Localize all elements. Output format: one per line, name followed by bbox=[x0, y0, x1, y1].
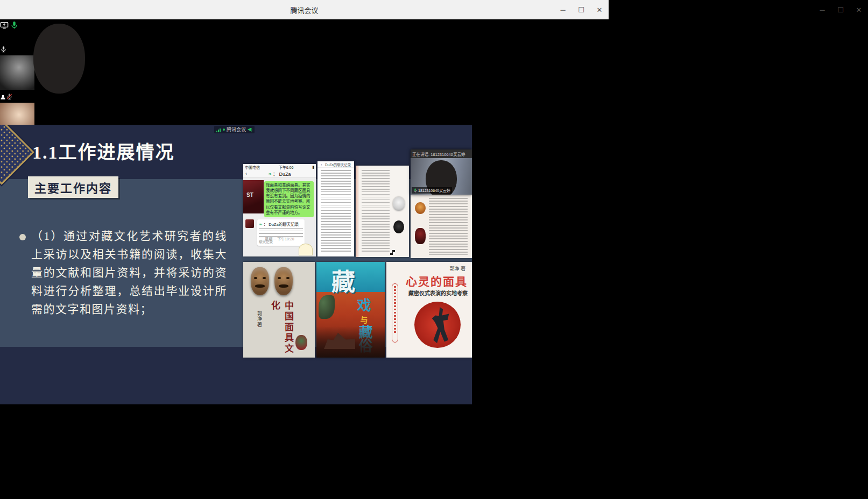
chat-avatar bbox=[245, 219, 254, 228]
window-title: 腾讯会议 bbox=[290, 5, 318, 15]
mic-on-icon bbox=[0, 45, 7, 54]
screen-share-view: 1.1工作进展情况 腾讯会议 ◀) 主要工作内容 （1）通过对藏文化艺术研究者的… bbox=[0, 125, 472, 404]
tile-name-label: 郑鸿飞 bbox=[0, 90, 609, 103]
book1-title: 中国面具文化 bbox=[268, 301, 295, 358]
chat-photo-message: ST bbox=[243, 180, 264, 213]
minimize-icon[interactable]: ─ bbox=[817, 5, 827, 15]
close-icon[interactable]: ✕ bbox=[854, 5, 864, 15]
slide-tag-box: 主要工作内容 bbox=[28, 176, 118, 198]
video-tile[interactable]: 1812310640买云婷 bbox=[0, 42, 609, 55]
host-badge-icon bbox=[0, 92, 6, 102]
book-page-screenshot bbox=[356, 166, 409, 257]
slide-title: 1.1工作进展情况 bbox=[32, 138, 175, 164]
flower-decor bbox=[319, 295, 335, 319]
signal-bars-icon bbox=[216, 125, 221, 134]
mic-on-icon bbox=[413, 188, 417, 193]
meeting-overlay-badge: 腾讯会议 ◀) bbox=[214, 126, 255, 133]
book-cover-2: 藏 戏 与 藏俗 bbox=[316, 262, 385, 358]
wechat-screenshot: 中国电信 下午6:06 ▮ ‹ ❧ ： DuZa ST 戏面具和羌峭面具。其实我… bbox=[243, 164, 316, 256]
book3-title: 心灵的面具 bbox=[406, 273, 468, 289]
small-mask-photo bbox=[295, 335, 307, 350]
screen-share-icon bbox=[0, 21, 9, 30]
book2-big-char: 藏 bbox=[331, 263, 355, 297]
speaker-icon: ◀) bbox=[248, 127, 252, 132]
wooden-mask-left bbox=[251, 267, 269, 295]
chat-record-screenshot: ： DuZa的聊天记录 bbox=[317, 161, 354, 256]
red-mask-photo bbox=[415, 228, 426, 244]
pip-speaking-banner: 正在讲话: 1812310640买云婷 bbox=[411, 149, 472, 158]
slide-bullet-text: （1）通过对藏文化艺术研究者的线上采访以及相关书籍的阅读，收集大量的文献和图片资… bbox=[31, 227, 227, 318]
bullet-dot bbox=[19, 234, 26, 240]
pip-video: 1812310640买云婷 bbox=[411, 158, 472, 195]
back-icon: ‹ bbox=[245, 171, 247, 176]
chat-bubble: 戏面具和羌峭面具。其实我就想问下不同藏区面具有没有差别。因为疫情的原因不能去实地… bbox=[264, 181, 314, 217]
clock-label: 下午6:06 bbox=[279, 165, 294, 170]
meeting-window: 腾讯会议 ─ ☐ ✕ 1.1工作进展情况 腾讯会议 ◀) 主要工作内容 （1）通… bbox=[0, 0, 609, 499]
book-cover-3: 郭净 著 心灵的面具 藏密仪式表演的实地考察 bbox=[386, 262, 472, 358]
wooden-mask-right bbox=[274, 267, 293, 295]
share-status-text: 1812310640买云婷的屏幕共享 bbox=[20, 22, 137, 31]
mic-on-icon bbox=[11, 21, 18, 30]
qr-code bbox=[390, 250, 395, 255]
tile-name: 郑鸿飞 bbox=[13, 92, 39, 102]
close-icon[interactable]: ✕ bbox=[595, 5, 604, 15]
collapse-strip-handle[interactable]: ❯ bbox=[0, 32, 609, 42]
wechat-contact-icon: ❧ bbox=[268, 172, 272, 176]
book3-author: 郭净 著 bbox=[449, 265, 465, 272]
tile-name-label: 1812310640买云婷 bbox=[0, 42, 609, 55]
book-cover-1: 中国面具文化 郭净 著 bbox=[243, 262, 315, 358]
mic-muted-icon bbox=[6, 92, 13, 102]
maximize-icon[interactable]: ☐ bbox=[836, 5, 845, 15]
carrier-label: 中国电信 bbox=[245, 165, 260, 170]
book3-subtitle: 藏密仪式表演的实地考察 bbox=[408, 289, 468, 297]
chat-sticker bbox=[299, 244, 313, 255]
palace-photo bbox=[316, 326, 385, 358]
pip-meeting-window: 正在讲话: 1812310640买云婷 1812310640买云婷 bbox=[411, 149, 472, 195]
journal-page-screenshot bbox=[411, 195, 472, 258]
chat-record-card: ❧： DuZa的聊天记录 聊天记录 bbox=[257, 219, 305, 246]
orange-mask-photo bbox=[415, 202, 426, 214]
video-tile[interactable]: 郑鸿飞 bbox=[0, 55, 609, 103]
book1-author: 郭净 著 bbox=[256, 311, 263, 327]
status-dot-icon bbox=[223, 129, 225, 131]
white-mask-photo bbox=[393, 197, 405, 211]
battery-icon: ▮ bbox=[312, 165, 314, 169]
main-titlebar: 腾讯会议 ─ ☐ ✕ bbox=[0, 0, 609, 19]
black-mask-photo bbox=[393, 220, 404, 233]
chat-timestamp: 星期一 下午10:20 bbox=[243, 236, 316, 241]
avatar bbox=[0, 55, 34, 90]
maximize-icon[interactable]: ☐ bbox=[576, 5, 586, 15]
minimize-icon[interactable]: ─ bbox=[558, 5, 568, 15]
wechat-contact-name: ： DuZa bbox=[273, 170, 291, 177]
meeting-stage: 1.1工作进展情况 腾讯会议 ◀) 主要工作内容 （1）通过对藏文化艺术研究者的… bbox=[0, 19, 609, 499]
share-status-bar: 1812310640买云婷的屏幕共享 bbox=[0, 19, 609, 32]
